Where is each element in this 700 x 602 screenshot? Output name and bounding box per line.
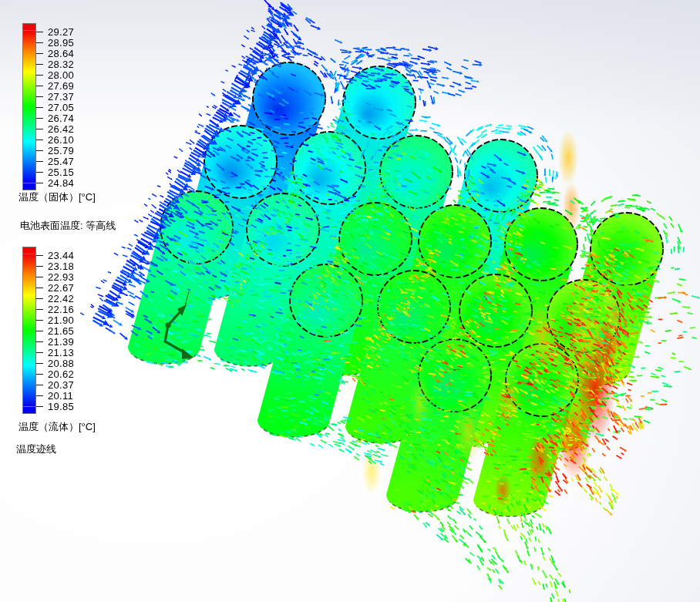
tick-mark [36,183,43,183]
legend-fluid-min-cap [22,406,36,414]
tick-mark [36,363,43,364]
tick-mark [36,309,43,310]
legend-tick: 20.88 [36,358,74,369]
tick-mark [36,64,43,65]
tick-value: 21.39 [48,336,74,348]
tick-value: 26.42 [48,123,74,135]
tick-mark [36,96,43,97]
tick-value: 19.85 [48,401,74,412]
tick-value: 23.18 [48,261,74,272]
legend-solid-ticks: 29.27 28.95 28.64 28.32 28.00 27.69 [36,23,98,197]
tick-value: 28.32 [48,59,74,70]
legend-tick: 19.85 [36,402,74,412]
tick-value: 21.90 [48,314,74,326]
tick-value: 22.16 [48,304,74,315]
legend-tick: 23.18 [36,261,74,271]
legend-tick: 28.32 [36,59,74,69]
legend-temperature-fluid[interactable]: 23.44 23.18 22.93 22.67 22.42 22.16 [22,247,107,424]
legend-tick: 20.37 [36,380,74,391]
legend-fluid-caption: 温度（流体）[°C] [19,420,96,434]
tick-value: 25.79 [48,145,74,156]
legend-tick: 28.00 [36,69,74,80]
legend-tick: 21.13 [36,348,74,358]
tick-value: 20.37 [48,379,74,391]
legend-tick: 26.42 [36,124,74,135]
legend-fluid-colorbar[interactable] [22,254,36,407]
tick-value: 20.62 [48,368,74,380]
tick-mark [36,86,43,86]
tick-mark [36,341,43,342]
legend-tick: 21.39 [36,337,74,348]
tick-value: 27.05 [48,102,74,113]
tick-mark [36,32,43,32]
legend-tick: 28.64 [36,48,74,59]
tick-mark [36,172,43,173]
legend-tick: 29.27 [36,26,74,37]
legend-fluid-ticks: 23.44 23.18 22.93 22.67 22.42 22.16 [36,247,98,420]
legend-tick: 23.44 [36,250,74,261]
legend-tick: 24.84 [36,178,74,189]
tick-value: 21.13 [48,347,74,358]
tick-mark [36,331,43,331]
tick-mark [36,53,43,54]
tick-mark [36,385,43,385]
tick-value: 29.27 [48,26,74,38]
legend-tick: 22.67 [36,282,74,293]
legend-tick: 21.90 [36,314,74,325]
legend-solid-colorbar[interactable] [22,30,36,183]
tick-value: 25.15 [48,166,74,178]
contour-plot-label: 电池表面温度: 等高线 [20,219,116,233]
tick-mark [36,288,43,288]
legend-tick: 20.11 [36,391,73,402]
legend-temperature-solid[interactable]: 29.27 28.95 28.64 28.32 28.00 27.69 [22,23,107,200]
tick-mark [36,150,43,151]
tick-mark [36,161,43,162]
tick-mark [36,266,43,267]
tick-mark [36,352,43,353]
tick-mark [36,406,43,407]
tick-value: 22.42 [48,293,74,304]
legend-tick: 28.95 [36,37,74,48]
trace-plot-label: 温度迹线 [16,442,56,456]
tick-mark [36,42,43,43]
legend-tick: 21.65 [36,325,74,336]
tick-value: 21.65 [48,325,74,337]
tick-mark [36,298,43,299]
legend-tick: 26.10 [36,135,74,146]
legend-tick: 22.16 [36,304,74,314]
legend-tick: 22.42 [36,293,74,304]
tick-value: 20.11 [48,390,73,402]
tick-mark [36,395,43,396]
legend-tick: 25.15 [36,167,74,178]
tick-mark [36,374,43,375]
tick-mark [36,255,43,256]
legend-solid-min-cap [22,183,36,190]
legend-tick: 25.79 [36,146,74,156]
tick-value: 27.37 [48,91,74,103]
tick-value: 20.88 [48,358,74,369]
legend-tick: 27.69 [36,80,74,91]
legend-tick: 20.62 [36,369,74,380]
tick-value: 28.64 [48,48,74,59]
legend-tick: 27.37 [36,91,74,102]
tick-value: 28.00 [48,69,74,81]
legend-tick: 25.47 [36,156,74,167]
tick-mark [36,118,43,119]
tick-value: 28.95 [48,37,74,49]
tick-mark [36,129,43,129]
legend-solid-caption: 温度（固体）[°C] [19,190,96,204]
legend-tick: 26.74 [36,113,74,124]
tick-value: 22.67 [48,282,74,294]
tick-value: 27.69 [48,80,74,92]
flow-simulation-viewport: 29.27 28.95 28.64 28.32 28.00 27.69 [0,0,700,602]
legend-tick: 27.05 [36,102,74,113]
tick-value: 26.10 [48,134,74,146]
tick-mark [36,277,43,277]
tick-value: 23.44 [48,250,74,261]
tick-mark [36,75,43,76]
tick-mark [36,320,43,321]
tick-value: 22.93 [48,271,74,283]
tick-value: 25.47 [48,156,74,167]
tick-value: 24.84 [48,177,74,189]
tick-value: 26.74 [48,113,74,124]
